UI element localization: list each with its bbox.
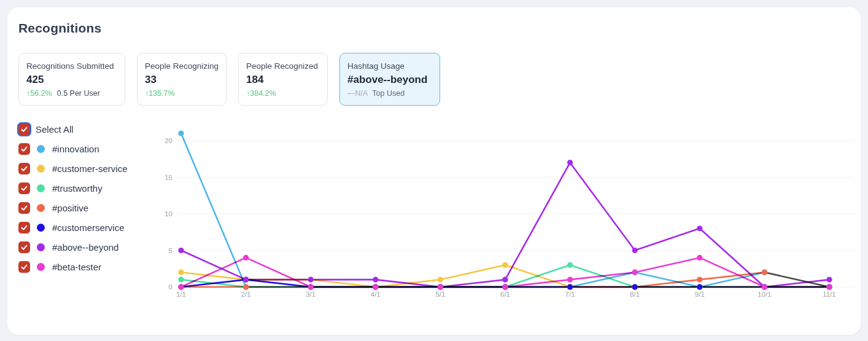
data-point — [762, 270, 767, 275]
data-point — [178, 284, 184, 289]
x-tick-label: 5/1 — [435, 291, 445, 298]
x-tick-label: 8/1 — [630, 291, 640, 298]
data-point — [632, 270, 638, 275]
y-tick-label: 15 — [165, 174, 172, 181]
y-tick-label: 0 — [169, 283, 172, 291]
data-point — [567, 262, 573, 268]
data-point — [438, 277, 443, 283]
x-tick-label: 9/1 — [695, 291, 705, 298]
recognitions-panel: Recognitions Recognitions Submitted 425 … — [7, 7, 861, 335]
data-point — [697, 284, 702, 289]
data-point — [567, 160, 573, 165]
x-tick-label: 2/1 — [241, 291, 251, 298]
x-tick-label: 11/1 — [823, 291, 836, 298]
line-series-5 — [181, 163, 829, 287]
data-point — [178, 248, 184, 253]
data-point — [373, 277, 378, 283]
data-point — [178, 277, 184, 283]
data-point — [308, 284, 314, 289]
data-point — [373, 284, 378, 289]
data-point — [762, 284, 767, 289]
x-tick-label: 3/1 — [306, 291, 316, 298]
data-point — [438, 284, 443, 289]
data-point — [632, 248, 638, 253]
y-tick-label: 10 — [165, 210, 172, 218]
data-point — [243, 284, 249, 289]
data-point — [308, 277, 314, 283]
data-point — [243, 255, 249, 261]
data-point — [178, 131, 184, 136]
hashtag-usage-line-chart: 051015201/12/13/14/15/16/17/18/19/110/11… — [7, 7, 861, 335]
y-tick-label: 5 — [169, 247, 172, 254]
data-point — [567, 277, 573, 283]
data-point — [697, 277, 702, 283]
data-point — [826, 277, 832, 283]
data-point — [243, 277, 249, 283]
x-tick-label: 6/1 — [500, 291, 510, 298]
data-point — [178, 270, 184, 275]
x-tick-label: 4/1 — [371, 291, 381, 298]
x-tick-label: 10/1 — [758, 291, 771, 298]
y-tick-label: 20 — [165, 137, 172, 144]
data-point — [502, 262, 508, 268]
data-point — [697, 225, 702, 231]
data-point — [502, 277, 508, 283]
data-point — [567, 284, 573, 289]
data-point — [826, 284, 832, 289]
data-point — [632, 284, 638, 289]
data-point — [697, 255, 702, 261]
x-tick-label: 1/1 — [176, 291, 186, 298]
data-point — [502, 284, 508, 289]
x-tick-label: 7/1 — [565, 291, 575, 298]
